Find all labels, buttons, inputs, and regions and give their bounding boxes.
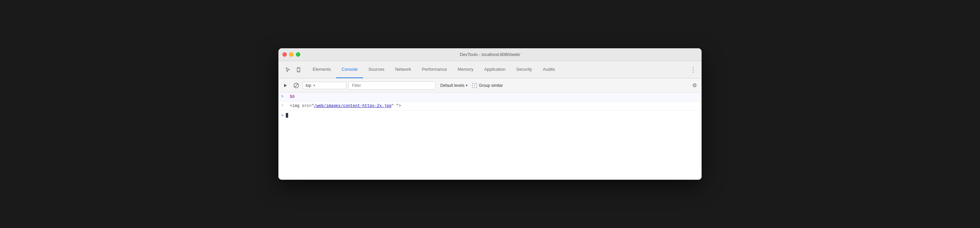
tabbar-spacer: [560, 61, 687, 78]
tab-security[interactable]: Security: [511, 61, 537, 78]
minimize-button[interactable]: [289, 52, 294, 57]
levels-chevron-icon: ▾: [466, 84, 468, 87]
filter-input[interactable]: [348, 81, 436, 90]
input-arrow-icon: >: [281, 94, 283, 99]
tab-network[interactable]: Network: [390, 61, 417, 78]
devtools-icons: [280, 61, 306, 78]
tab-console[interactable]: Console: [336, 61, 363, 78]
result-var: $0: [290, 95, 294, 99]
context-selector[interactable]: top ▾: [302, 82, 346, 89]
execute-script-button[interactable]: [281, 81, 290, 90]
fullscreen-button[interactable]: [296, 52, 300, 57]
close-button[interactable]: [282, 52, 287, 57]
group-similar-toggle[interactable]: ✓ Group similar: [472, 83, 503, 88]
console-toolbar: top ▾ Default levels ▾ ✓ Group similar ⚙: [278, 78, 702, 93]
code-tag-open: <img src=": [290, 104, 314, 108]
clear-console-button[interactable]: [292, 81, 301, 90]
more-tabs-button[interactable]: ⋮: [687, 61, 700, 78]
output-arrow-icon: <: [281, 103, 283, 108]
console-result-line: > $0: [278, 93, 702, 101]
tab-bar: Elements Console Sources Network Perform…: [278, 61, 702, 78]
svg-line-5: [294, 84, 298, 87]
console-response-line: < <img src="/web/images/content-https-2x…: [278, 101, 702, 111]
console-content: > $0 < <img src="/web/images/content-htt…: [278, 93, 702, 180]
tab-elements[interactable]: Elements: [307, 61, 336, 78]
result-gutter: >: [281, 94, 288, 99]
response-gutter: <: [281, 103, 288, 108]
response-text: <img src="/web/images/content-https-2x.j…: [288, 103, 699, 109]
window-title: DevTools - localhost:8080/web/: [460, 52, 520, 57]
code-tag-close: " ">: [391, 104, 401, 108]
prompt-arrow-icon: >: [281, 113, 284, 118]
levels-dropdown[interactable]: Default levels ▾: [438, 82, 470, 89]
tab-sources[interactable]: Sources: [363, 61, 390, 78]
devtools-body: Elements Console Sources Network Perform…: [278, 61, 702, 180]
devtools-window: DevTools - localhost:8080/web/: [278, 48, 702, 180]
settings-gear-button[interactable]: ⚙: [690, 81, 699, 90]
result-text: $0: [288, 94, 699, 100]
console-prompt-line[interactable]: >: [278, 111, 702, 120]
traffic-lights: [282, 52, 300, 57]
context-chevron-icon: ▾: [313, 84, 315, 87]
tab-application[interactable]: Application: [479, 61, 511, 78]
gear-icon: ⚙: [692, 82, 697, 89]
svg-marker-3: [284, 84, 287, 87]
group-similar-checkbox[interactable]: ✓: [472, 83, 477, 88]
titlebar: DevTools - localhost:8080/web/: [278, 48, 702, 61]
cursor-icon-button[interactable]: [283, 65, 293, 74]
mobile-icon-button[interactable]: [294, 65, 303, 74]
tab-memory[interactable]: Memory: [452, 61, 479, 78]
code-src-link[interactable]: /web/images/content-https-2x.jpg: [314, 104, 391, 108]
tab-performance[interactable]: Performance: [417, 61, 452, 78]
prompt-cursor: [286, 113, 288, 118]
tab-audits[interactable]: Audits: [537, 61, 560, 78]
